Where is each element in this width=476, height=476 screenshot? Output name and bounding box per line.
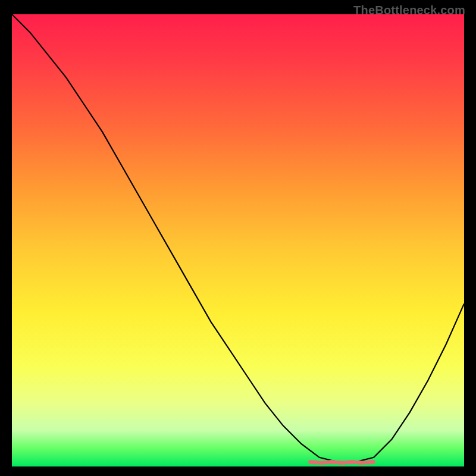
optimal-zone-highlight <box>311 462 374 463</box>
chart-plot <box>12 14 464 466</box>
bottleneck-curve <box>12 14 464 462</box>
curve-svg <box>12 14 464 466</box>
